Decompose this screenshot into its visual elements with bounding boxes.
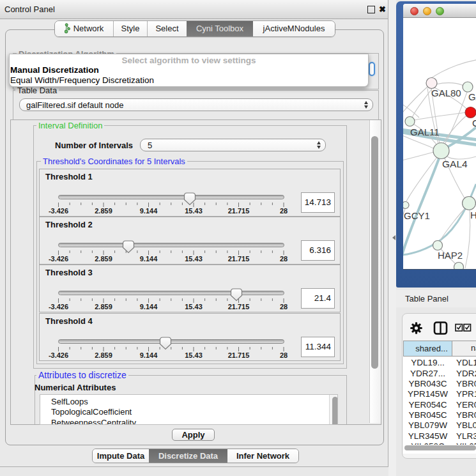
- svg-text:-3.426: -3.426: [49, 351, 68, 359]
- svg-text:28: 28: [280, 303, 288, 311]
- svg-text:28: 28: [280, 207, 288, 215]
- svg-text:9.144: 9.144: [140, 303, 158, 311]
- svg-text:21.715: 21.715: [228, 207, 250, 215]
- svg-text:GAL80: GAL80: [431, 88, 461, 98]
- svg-text:9.144: 9.144: [140, 207, 158, 215]
- svg-text:15.43: 15.43: [185, 207, 203, 215]
- svg-text:21.715: 21.715: [228, 351, 250, 359]
- svg-text:H: H: [470, 210, 476, 220]
- svg-text:15.43: 15.43: [185, 255, 203, 263]
- svg-text:21.715: 21.715: [228, 303, 250, 311]
- svg-text:-3.426: -3.426: [49, 207, 68, 215]
- svg-text:15.43: 15.43: [185, 303, 203, 311]
- svg-text:28: 28: [280, 255, 288, 263]
- svg-text:21.715: 21.715: [228, 255, 250, 263]
- svg-text:2.859: 2.859: [95, 207, 112, 215]
- svg-text:28: 28: [280, 351, 288, 359]
- svg-text:GAL4: GAL4: [442, 158, 468, 169]
- svg-text:2.859: 2.859: [95, 351, 112, 359]
- svg-text:15.43: 15.43: [185, 351, 203, 359]
- svg-text:2.859: 2.859: [95, 303, 112, 311]
- svg-text:HAP2: HAP2: [438, 250, 463, 261]
- svg-text:GA: GA: [468, 91, 476, 102]
- svg-text:2.859: 2.859: [95, 255, 112, 263]
- svg-text:9.144: 9.144: [140, 351, 158, 359]
- svg-text:GAL11: GAL11: [410, 127, 440, 137]
- svg-text:-3.426: -3.426: [49, 303, 68, 311]
- svg-text:CA: CA: [472, 118, 476, 128]
- svg-text:-3.426: -3.426: [49, 255, 68, 263]
- svg-text:9.144: 9.144: [140, 255, 158, 263]
- svg-text:GCY1: GCY1: [404, 210, 430, 221]
